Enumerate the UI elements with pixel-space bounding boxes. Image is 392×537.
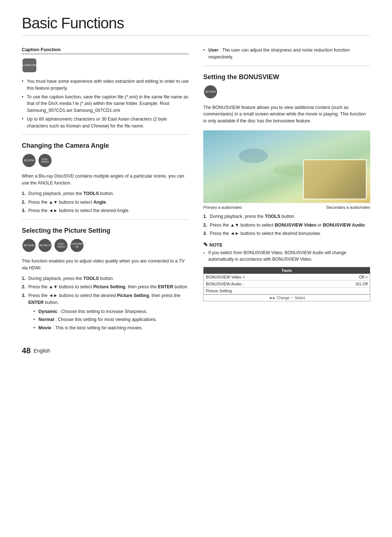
tools-row-2-value: 0/1 Off: [356, 282, 368, 286]
picture-setting-intro: This function enables you to adjust vide…: [22, 258, 189, 272]
bd-re-r-icon: BD-RE/-R: [38, 239, 52, 252]
camera-step-1: 1. During playback, press the TOOLS butt…: [22, 190, 189, 197]
camera-angle-heading: Changing the Camera Angle: [22, 142, 189, 150]
tools-row-3-label: Picture Setting: [206, 289, 232, 293]
tools-row-1-label: BONUSVIEW Video <: [206, 275, 245, 279]
picture-setting-icons: BD-ROM BD-RE/-R DVD-VIDEO DVD±RW/±R: [22, 237, 189, 253]
bd-rom-icon-2: BD-ROM: [23, 239, 36, 252]
caption-bullet-3: Up to 60 alphanumeric characters or 30 E…: [22, 116, 189, 130]
caption-primary: Primary a audio/video: [203, 205, 242, 209]
bonusview-steps: 1. During playback, press the TOOLS butt…: [203, 213, 370, 237]
tools-row-1: BONUSVIEW Video < Off >: [204, 274, 370, 281]
dvd-video-icon-1: DVD-VIDEO: [38, 154, 52, 167]
caption-bullet-1: You must have some experience with video…: [22, 78, 189, 92]
caption-bullets: You must have some experience with video…: [22, 78, 189, 129]
bonusview-step-2: 2. Press the ▲▼ buttons to select BONUSV…: [203, 222, 370, 229]
dvd-video-icon-2: DVD-VIDEO: [54, 239, 68, 252]
svg-point-0: [239, 149, 268, 163]
bonusview-icons: BD-ROM: [203, 84, 370, 100]
caption-section: Caption Function DivX/MKV/MP4 You must h…: [22, 47, 189, 129]
bonusview-caption-row: Primary a audio/video Secondary a audio/…: [203, 205, 370, 209]
tools-row-3: Picture Setting: [204, 288, 370, 294]
page-language: English: [33, 348, 50, 354]
tools-table: Tools BONUSVIEW Video < Off > BONUSVIEW …: [203, 267, 370, 301]
picture-sub-bullets: Dynamic : Choose this setting to increas…: [33, 308, 189, 331]
caption-secondary: Secondary a audio/video: [326, 205, 370, 209]
picture-setting-section: Selecting the Picture Setting BD-ROM BD-…: [22, 227, 189, 331]
picture-step-2: 2. Press the ▲▼ buttons to select Pictur…: [22, 284, 189, 290]
note-title: ✎ NOTE: [203, 241, 370, 248]
bonusview-note: ✎ NOTE If you switch from BONUSVIEW Vide…: [203, 241, 370, 263]
bonusview-heading: Setting the BONUSVIEW: [203, 73, 370, 81]
bonusview-secondary-video: [303, 159, 367, 199]
tools-row-2: BONUSVIEW Audio : 0/1 Off: [204, 281, 370, 288]
note-icon: ✎: [203, 241, 208, 248]
dvd-rw-icon: DVD±RW/±R: [70, 239, 83, 252]
bonusview-step-1: 1. During playback, press the TOOLS butt…: [203, 213, 370, 220]
note-item-1: If you switch from BONUSVIEW Video, BONU…: [203, 249, 370, 263]
normal-bullet: Normal : Choose this setting for most vi…: [33, 316, 189, 323]
tools-table-footer: ◄► Change ☞ Select: [204, 294, 370, 301]
picture-setting-steps: 1. During playback, press the TOOLS butt…: [22, 275, 189, 331]
user-bullet: User : The user can adjust the sharpness…: [203, 47, 370, 61]
page-title: Basic Functions: [22, 15, 370, 36]
camera-angle-steps: 1. During playback, press the TOOLS butt…: [22, 190, 189, 214]
bd-rom-icon-1: BD-ROM: [23, 154, 36, 167]
page-number: 48: [22, 346, 30, 355]
divx-mkv-icon: DivX/MKV/MP4: [23, 58, 36, 72]
note-items: If you switch from BONUSVIEW Video, BONU…: [203, 249, 370, 263]
camera-step-3: 3. Press the ◄► buttons to select the de…: [22, 207, 189, 214]
bonusview-bd-rom-icon: BD-ROM: [204, 85, 217, 98]
tools-table-header: Tools: [204, 267, 370, 274]
tools-row-1-value: Off >: [359, 275, 368, 279]
page-footer: 48 English: [22, 346, 370, 355]
camera-angle-icons: BD-ROM DVD-VIDEO: [22, 152, 189, 168]
picture-setting-heading: Selecting the Picture Setting: [22, 227, 189, 235]
right-column: User : The user can adjust the sharpness…: [203, 47, 370, 335]
caption-icons: DivX/MKV/MP4: [22, 57, 189, 74]
camera-step-2: 2. Press the ▲▼ buttons to select Angle.: [22, 199, 189, 206]
tools-row-2-label: BONUSVIEW Audio :: [206, 282, 244, 286]
bonusview-step-3: 3. Press the ◄► buttons to select the de…: [203, 230, 370, 237]
bonusview-image: [203, 130, 370, 203]
left-column: Caption Function DivX/MKV/MP4 You must h…: [22, 47, 189, 335]
picture-step-1: 1. During playback, press the TOOLS butt…: [22, 275, 189, 282]
dynamic-bullet: Dynamic : Choose this setting to increas…: [33, 308, 189, 315]
bonusview-intro: The BONUSVIEW feature allows you to view…: [203, 104, 370, 125]
bonusview-section: Setting the BONUSVIEW BD-ROM The BONUSVI…: [203, 73, 370, 302]
picture-step-3: 3. Press the ◄► buttons to select the de…: [22, 292, 189, 331]
camera-angle-intro: When a Blu-ray Disc/DVD contains multipl…: [22, 173, 189, 187]
movie-bullet: Movie : This is the best setting for wat…: [33, 325, 189, 331]
camera-angle-section: Changing the Camera Angle BD-ROM DVD-VID…: [22, 142, 189, 214]
caption-bullet-2: To use the caption function, save the ca…: [22, 94, 189, 114]
caption-heading: Caption Function: [22, 47, 189, 54]
